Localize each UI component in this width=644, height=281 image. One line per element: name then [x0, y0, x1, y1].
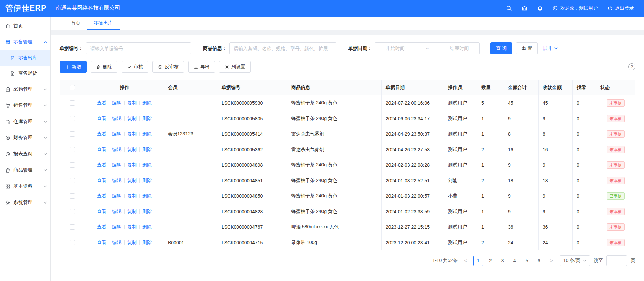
sidebar-item-retail-outbound[interactable]: 零售出库	[0, 50, 50, 66]
row-checkbox[interactable]	[70, 209, 75, 214]
row-action-edit[interactable]: 编辑	[112, 100, 122, 106]
column-settings-button[interactable]: 列设置	[219, 61, 251, 73]
row-action-delete[interactable]: 删除	[142, 240, 152, 246]
row-action-edit[interactable]: 编辑	[112, 116, 122, 122]
row-action-delete[interactable]: 删除	[142, 162, 152, 168]
row-action-delete[interactable]: 删除	[142, 193, 152, 199]
row-action-view[interactable]: 查看	[97, 193, 106, 199]
page-number-3[interactable]: 3	[498, 256, 508, 266]
row-action-copy[interactable]: 复制	[127, 100, 137, 106]
row-action-copy[interactable]: 复制	[127, 147, 137, 153]
row-action-delete[interactable]: 删除	[142, 224, 152, 230]
row-action-view[interactable]: 查看	[97, 178, 106, 184]
action-separator	[139, 178, 140, 183]
product-info-input[interactable]	[229, 42, 336, 54]
row-action-edit[interactable]: 编辑	[112, 162, 122, 168]
row-action-delete[interactable]: 删除	[142, 131, 152, 137]
tab-home[interactable]: 首页	[64, 17, 87, 30]
cell-change: 0	[573, 126, 596, 142]
row-action-edit[interactable]: 编辑	[112, 178, 122, 184]
sidebar-item-finance-management[interactable]: 财务管理	[0, 130, 50, 146]
page-number-5[interactable]: 5	[522, 256, 532, 266]
row-action-edit[interactable]: 编辑	[112, 147, 122, 153]
logout-button[interactable]: 退出登录	[607, 5, 634, 11]
row-action-view[interactable]: 查看	[97, 224, 106, 230]
row-action-edit[interactable]: 编辑	[112, 209, 122, 215]
row-action-delete[interactable]: 删除	[142, 100, 152, 106]
jump-page-input[interactable]	[606, 255, 627, 266]
reset-button[interactable]: 重 置	[516, 42, 538, 54]
row-action-view[interactable]: 查看	[97, 116, 106, 122]
row-action-delete[interactable]: 删除	[142, 116, 152, 122]
expand-link[interactable]: 展开	[543, 45, 558, 52]
row-action-edit[interactable]: 编辑	[112, 224, 122, 230]
page-size-select[interactable]: 10 条/页	[560, 255, 590, 266]
sidebar-item-purchase-management[interactable]: 采购管理	[0, 81, 50, 97]
row-checkbox[interactable]	[70, 162, 75, 168]
help-icon[interactable]: ?	[628, 63, 635, 70]
row-checkbox[interactable]	[70, 147, 75, 152]
bank-icon[interactable]	[521, 5, 528, 11]
row-checkbox[interactable]	[70, 224, 75, 230]
delete-button[interactable]: 删除	[91, 61, 117, 73]
row-action-copy[interactable]: 复制	[127, 209, 137, 215]
status-badge: 未审核	[607, 177, 625, 184]
row-action-view[interactable]: 查看	[97, 147, 106, 153]
sidebar-item-retail-return[interactable]: 零售退货	[0, 66, 50, 81]
row-checkbox[interactable]	[70, 116, 75, 121]
row-checkbox[interactable]	[70, 193, 75, 199]
row-action-view[interactable]: 查看	[97, 209, 106, 215]
next-page-button[interactable]: >	[547, 258, 556, 263]
sidebar-item-system-management[interactable]: 系统管理	[0, 194, 50, 211]
bill-no-input[interactable]	[86, 42, 191, 54]
row-action-view[interactable]: 查看	[97, 240, 106, 246]
row-action-view[interactable]: 查看	[97, 131, 106, 137]
cell-product: 录像带 100g	[287, 235, 382, 250]
export-button[interactable]: 导出	[188, 61, 215, 73]
sidebar-item-basic-data[interactable]: 基本资料	[0, 178, 50, 194]
bell-icon[interactable]	[537, 5, 543, 11]
row-action-copy[interactable]: 复制	[127, 116, 137, 122]
add-button[interactable]: 新增	[60, 61, 87, 73]
row-action-copy[interactable]: 复制	[127, 178, 137, 184]
sidebar-item-label: 商品管理	[13, 167, 32, 173]
row-action-edit[interactable]: 编辑	[112, 240, 122, 246]
unaudit-button[interactable]: 反审核	[152, 61, 184, 73]
row-action-delete[interactable]: 删除	[142, 178, 152, 184]
page-number-6[interactable]: 6	[534, 256, 544, 266]
sidebar-item-retail-management[interactable]: 零售管理	[0, 34, 50, 50]
row-action-delete[interactable]: 删除	[142, 147, 152, 153]
row-checkbox[interactable]	[70, 100, 75, 106]
select-all-checkbox[interactable]	[70, 85, 75, 90]
row-action-copy[interactable]: 复制	[127, 193, 137, 199]
prev-page-button[interactable]: <	[461, 258, 470, 263]
page-number-1[interactable]: 1	[473, 256, 483, 266]
tab-retail-outbound[interactable]: 零售出库	[87, 17, 120, 30]
row-action-view[interactable]: 查看	[97, 100, 106, 106]
row-action-copy[interactable]: 复制	[127, 240, 137, 246]
sidebar-item-sales-management[interactable]: 销售管理	[0, 97, 50, 114]
row-action-edit[interactable]: 编辑	[112, 193, 122, 199]
page-number-2[interactable]: 2	[485, 256, 496, 266]
page-number-4[interactable]: 4	[510, 256, 520, 266]
search-button[interactable]: 查 询	[490, 42, 512, 54]
row-checkbox[interactable]	[70, 240, 75, 245]
row-action-view[interactable]: 查看	[97, 162, 106, 168]
row-action-copy[interactable]: 复制	[127, 131, 137, 137]
row-checkbox[interactable]	[70, 178, 75, 183]
date-range-picker[interactable]: 开始时间 ~ 结束时间	[375, 42, 480, 54]
row-action-copy[interactable]: 复制	[127, 162, 137, 168]
cell-product: 雷达杀虫气雾剂	[287, 142, 382, 157]
search-icon[interactable]	[506, 5, 512, 11]
row-action-copy[interactable]: 复制	[127, 224, 137, 230]
row-checkbox[interactable]	[70, 131, 75, 137]
sidebar-item-home[interactable]: 首页	[0, 18, 50, 34]
sidebar-item-report-query[interactable]: 报表查询	[0, 146, 50, 162]
sidebar-item-warehouse-management[interactable]: 仓库管理	[0, 114, 50, 130]
row-action-edit[interactable]: 编辑	[112, 131, 122, 137]
welcome-user[interactable]: 欢迎您，测试用户	[552, 5, 598, 11]
audit-button[interactable]: 审核	[122, 61, 148, 73]
expand-label: 展开	[543, 45, 552, 52]
sidebar-item-goods-management[interactable]: 商品管理	[0, 162, 50, 178]
row-action-delete[interactable]: 删除	[142, 209, 152, 215]
